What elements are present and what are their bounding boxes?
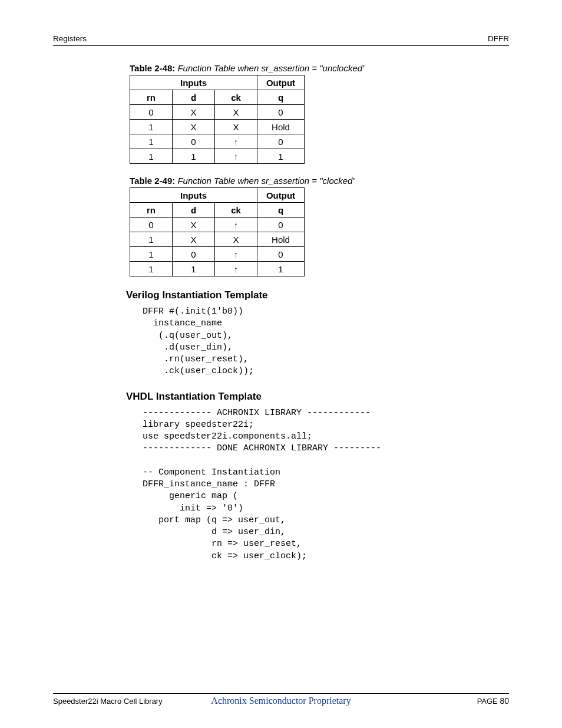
cell: X bbox=[173, 120, 215, 134]
table-row: 1 1 ↑ 1 bbox=[130, 262, 305, 276]
cell: X bbox=[173, 218, 215, 232]
cell: 0 bbox=[257, 218, 305, 232]
cell: 1 bbox=[130, 134, 173, 149]
cell: 0 bbox=[130, 105, 173, 120]
footer-page-label: PAGE bbox=[477, 697, 498, 706]
cell: 1 bbox=[130, 262, 173, 276]
table-header-inputs: Inputs bbox=[130, 188, 257, 203]
table-caption-2-48: Table 2-48: Function Table when sr_asser… bbox=[130, 63, 459, 73]
cell: ↑ bbox=[215, 262, 257, 276]
col-header: d bbox=[173, 203, 215, 218]
cell: 1 bbox=[130, 120, 173, 134]
cell: Hold bbox=[257, 232, 305, 247]
cell: 1 bbox=[130, 247, 173, 262]
table-header-output: Output bbox=[257, 188, 305, 203]
col-header: q bbox=[257, 203, 305, 218]
table-row: 1 1 ↑ 1 bbox=[130, 149, 305, 164]
cell: 0 bbox=[257, 134, 305, 149]
footer-page-number: PAGE 80 bbox=[477, 696, 509, 706]
vhdl-code-block: ------------- ACHRONIX LIBRARY ---------… bbox=[143, 407, 459, 562]
cell: 0 bbox=[130, 218, 173, 232]
table-header-output: Output bbox=[257, 75, 305, 90]
header-rule bbox=[53, 45, 509, 46]
table-caption-2-49: Table 2-49: Function Table when sr_asser… bbox=[130, 176, 459, 186]
col-header: ck bbox=[215, 90, 257, 105]
cell: 1 bbox=[257, 149, 305, 164]
table-caption-text: Function Table when sr_assertion = "uncl… bbox=[177, 63, 364, 73]
cell: X bbox=[215, 105, 257, 120]
table-caption-text: Function Table when sr_assertion = "cloc… bbox=[177, 176, 354, 186]
cell: 1 bbox=[130, 149, 173, 164]
function-table-clocked: Inputs Output rn d ck q 0 X ↑ 0 1 X X Ho… bbox=[130, 187, 305, 276]
cell: X bbox=[215, 232, 257, 247]
verilog-code-block: DFFR #(.init(1'b0)) instance_name (.q(us… bbox=[143, 306, 459, 378]
cell: 1 bbox=[173, 149, 215, 164]
col-header: q bbox=[257, 90, 305, 105]
cell: 1 bbox=[257, 262, 305, 276]
col-header: rn bbox=[130, 90, 173, 105]
col-header: d bbox=[173, 90, 215, 105]
cell: X bbox=[173, 232, 215, 247]
table-row: 0 X ↑ 0 bbox=[130, 218, 305, 232]
table-row: 0 X X 0 bbox=[130, 105, 305, 120]
running-header-right: DFFR bbox=[488, 34, 509, 43]
cell: X bbox=[215, 120, 257, 134]
cell: ↑ bbox=[215, 247, 257, 262]
table-row: 1 X X Hold bbox=[130, 232, 305, 247]
table-row: 1 X X Hold bbox=[130, 120, 305, 134]
cell: ↑ bbox=[215, 134, 257, 149]
table-caption-label: Table 2-48: bbox=[130, 63, 175, 73]
table-row: 1 0 ↑ 0 bbox=[130, 247, 305, 262]
cell: 1 bbox=[130, 232, 173, 247]
function-table-unclocked: Inputs Output rn d ck q 0 X X 0 1 X X Ho… bbox=[130, 75, 305, 164]
cell: Hold bbox=[257, 120, 305, 134]
cell: 0 bbox=[257, 105, 305, 120]
col-header: rn bbox=[130, 203, 173, 218]
footer-page-value: 80 bbox=[500, 696, 509, 706]
cell: X bbox=[173, 105, 215, 120]
col-header: ck bbox=[215, 203, 257, 218]
heading-verilog-template: Verilog Instantiation Template bbox=[126, 289, 459, 301]
footer-rule bbox=[53, 693, 509, 694]
cell: 1 bbox=[173, 262, 215, 276]
cell: 0 bbox=[173, 134, 215, 149]
cell: 0 bbox=[257, 247, 305, 262]
table-header-inputs: Inputs bbox=[130, 75, 257, 90]
cell: ↑ bbox=[215, 149, 257, 164]
cell: 0 bbox=[173, 247, 215, 262]
running-header-left: Registers bbox=[53, 34, 87, 43]
table-caption-label: Table 2-49: bbox=[130, 176, 175, 186]
heading-vhdl-template: VHDL Instantiation Template bbox=[126, 391, 459, 403]
cell: ↑ bbox=[215, 218, 257, 232]
table-row: 1 0 ↑ 0 bbox=[130, 134, 305, 149]
